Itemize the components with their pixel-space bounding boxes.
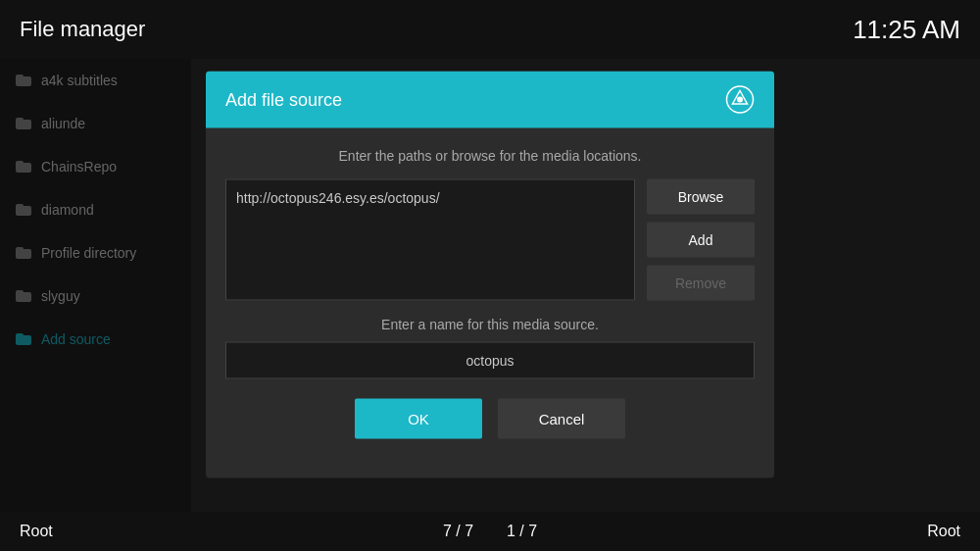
footer-center-left: 7 / 7: [443, 523, 473, 540]
browse-button[interactable]: Browse: [647, 179, 755, 215]
footer: Root 7 / 7 1 / 7 Root: [0, 512, 980, 551]
path-section: http://octopus246.esy.es/octopus/ Browse…: [225, 179, 755, 301]
kodi-logo-icon: [725, 85, 755, 115]
dialog-body: Enter the paths or browse for the media …: [206, 128, 774, 478]
add-button[interactable]: Add: [647, 223, 755, 258]
clock: 11:25 AM: [853, 15, 960, 45]
ok-button[interactable]: OK: [355, 399, 482, 439]
app-title: File manager: [20, 17, 145, 42]
name-instruction: Enter a name for this media source.: [225, 317, 755, 332]
header: File manager 11:25 AM: [0, 0, 980, 59]
footer-center-right: 1 / 7: [507, 523, 537, 540]
footer-right-section: Root: [927, 523, 960, 540]
path-instruction: Enter the paths or browse for the media …: [225, 148, 755, 164]
dialog-title: Add file source: [225, 89, 342, 110]
name-input-display[interactable]: octopus: [225, 342, 755, 379]
cancel-button[interactable]: Cancel: [498, 399, 625, 439]
dialog-footer: OK Cancel: [225, 399, 755, 459]
svg-point-2: [737, 97, 743, 103]
footer-center-section: 7 / 7 1 / 7: [443, 523, 537, 540]
footer-right-label: Root: [927, 523, 960, 540]
path-buttons: Browse Add Remove: [647, 179, 755, 301]
dialog-header: Add file source: [206, 72, 774, 128]
remove-button[interactable]: Remove: [647, 266, 755, 301]
footer-left-section: Root: [20, 523, 53, 540]
footer-inner: Root 7 / 7 1 / 7 Root: [20, 523, 960, 540]
path-input-area[interactable]: http://octopus246.esy.es/octopus/: [225, 179, 635, 301]
footer-separator: [481, 523, 499, 540]
add-file-source-dialog: Add file source Enter the paths or brows…: [206, 72, 774, 478]
footer-left-label: Root: [20, 523, 53, 540]
path-value: http://octopus246.esy.es/octopus/: [236, 190, 624, 206]
